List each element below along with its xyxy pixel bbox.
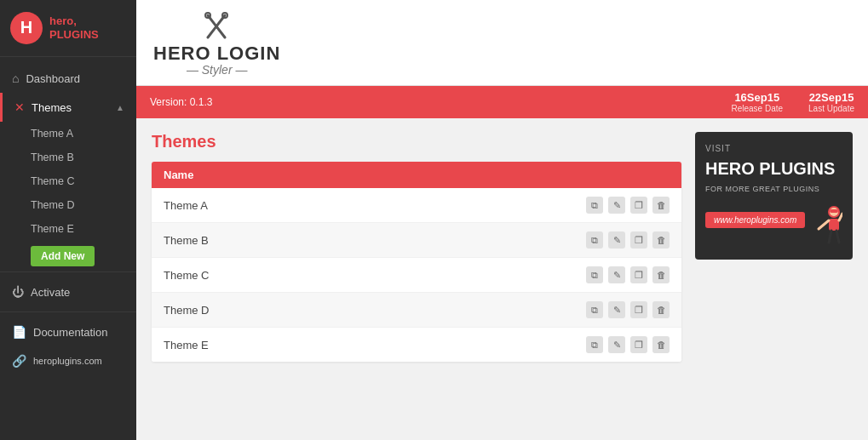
sidebar-item-heroplugins[interactable]: 🔗 heroplugins.com bbox=[0, 346, 136, 375]
row-theme-name: Theme B bbox=[164, 234, 209, 247]
main-content: HERO LOGIN — Styler — Version: 0.1.3 16S… bbox=[136, 0, 868, 440]
clone-action[interactable]: ❐ bbox=[630, 266, 647, 283]
heroplugins-label: heroplugins.com bbox=[33, 356, 102, 366]
edit-action[interactable]: ✎ bbox=[608, 231, 625, 249]
sidebar-item-documentation[interactable]: 📄 Documentation bbox=[0, 317, 136, 346]
theme-e-label: Theme E bbox=[31, 223, 74, 235]
delete-action[interactable]: 🗑 bbox=[652, 301, 670, 318]
table-row: Theme D⧉✎❐🗑 bbox=[152, 293, 681, 328]
ad-visit-text: VISIT bbox=[705, 144, 731, 153]
svg-rect-9 bbox=[829, 219, 839, 231]
clone-action[interactable]: ❐ bbox=[630, 336, 647, 353]
ad-main-text: HERO PLUGINS bbox=[705, 160, 835, 177]
sidebar-nav: ⌂ Dashboard ✕ Themes ▲ Theme A Theme B T… bbox=[0, 57, 136, 440]
sidebar-logo: H hero, PLUGINS bbox=[0, 0, 136, 57]
copy-action[interactable]: ⧉ bbox=[586, 231, 603, 249]
table-header: Name bbox=[152, 162, 681, 188]
theme-a-label: Theme A bbox=[31, 128, 73, 140]
copy-action[interactable]: ⧉ bbox=[586, 301, 603, 318]
copy-action[interactable]: ⧉ bbox=[586, 336, 603, 353]
table-body: Theme A⧉✎❐🗑Theme B⧉✎❐🗑Theme C⧉✎❐🗑Theme D… bbox=[152, 188, 681, 362]
row-theme-name: Theme C bbox=[164, 269, 209, 282]
activate-icon: ⏻ bbox=[12, 285, 24, 299]
row-theme-name: Theme D bbox=[164, 304, 209, 317]
copy-action[interactable]: ⧉ bbox=[586, 197, 603, 214]
themes-icon: ✕ bbox=[14, 100, 25, 114]
release-date-label: Release Date bbox=[731, 104, 783, 113]
row-actions: ⧉✎❐🗑 bbox=[586, 266, 670, 283]
delete-action[interactable]: 🗑 bbox=[652, 336, 670, 353]
hero-logo-icon: H bbox=[10, 12, 43, 44]
last-update-value: 22Sep15 bbox=[808, 91, 854, 104]
row-theme-name: Theme A bbox=[164, 199, 208, 212]
row-actions: ⧉✎❐🗑 bbox=[586, 231, 670, 249]
sidebar-sub-item-theme-b[interactable]: Theme B bbox=[0, 146, 136, 169]
table-row: Theme C⧉✎❐🗑 bbox=[152, 258, 681, 293]
row-theme-name: Theme E bbox=[164, 339, 209, 351]
styler-subtitle: — Styler — bbox=[187, 63, 248, 77]
themes-table: Name Theme A⧉✎❐🗑Theme B⧉✎❐🗑Theme C⧉✎❐🗑Th… bbox=[152, 162, 681, 362]
documentation-icon: 📄 bbox=[12, 325, 26, 339]
row-actions: ⧉✎❐🗑 bbox=[586, 336, 670, 353]
version-label: Version: 0.1.3 bbox=[150, 96, 212, 108]
last-update-item: 22Sep15 Last Update bbox=[808, 91, 854, 113]
column-name-header: Name bbox=[164, 169, 193, 181]
hero-login-logo: HERO LOGIN — Styler — bbox=[153, 9, 280, 77]
version-dates: 16Sep15 Release Date 22Sep15 Last Update bbox=[731, 91, 854, 113]
sidebar-sub-item-theme-a[interactable]: Theme A bbox=[0, 122, 136, 146]
svg-line-12 bbox=[829, 231, 831, 243]
svg-line-13 bbox=[836, 231, 839, 243]
sidebar-sub-item-theme-c[interactable]: Theme C bbox=[0, 169, 136, 193]
documentation-label: Documentation bbox=[33, 326, 107, 339]
table-row: Theme A⧉✎❐🗑 bbox=[152, 188, 681, 223]
copy-action[interactable]: ⧉ bbox=[586, 266, 603, 283]
clone-action[interactable]: ❐ bbox=[630, 197, 647, 214]
link-icon: 🔗 bbox=[12, 354, 26, 368]
themes-page-title: Themes bbox=[152, 132, 681, 151]
table-row: Theme B⧉✎❐🗑 bbox=[152, 223, 681, 258]
last-update-label: Last Update bbox=[808, 104, 854, 113]
theme-c-label: Theme C bbox=[31, 175, 74, 187]
sidebar: H hero, PLUGINS ⌂ Dashboard ✕ Themes ▲ T… bbox=[0, 0, 136, 440]
sidebar-sub-item-theme-e[interactable]: Theme E bbox=[0, 217, 136, 241]
hero-login-icon bbox=[199, 9, 235, 44]
svg-line-10 bbox=[819, 220, 829, 229]
ad-banner[interactable]: VISIT HERO PLUGINS FOR MORE GREAT PLUGIN… bbox=[695, 132, 853, 260]
svg-rect-8 bbox=[830, 209, 838, 213]
edit-action[interactable]: ✎ bbox=[608, 266, 625, 283]
row-actions: ⧉✎❐🗑 bbox=[586, 197, 670, 214]
logo-hero: hero, bbox=[49, 14, 77, 27]
svg-text:H: H bbox=[20, 18, 32, 37]
sidebar-themes-label: Themes bbox=[32, 101, 72, 114]
release-date-value: 16Sep15 bbox=[731, 91, 783, 104]
edit-action[interactable]: ✎ bbox=[608, 301, 625, 318]
hero-login-title: HERO LOGIN bbox=[153, 44, 280, 63]
clone-action[interactable]: ❐ bbox=[630, 301, 647, 318]
sidebar-dashboard-label: Dashboard bbox=[26, 72, 80, 85]
delete-action[interactable]: 🗑 bbox=[652, 231, 670, 249]
sidebar-item-activate[interactable]: ⏻ Activate bbox=[0, 277, 136, 306]
sidebar-divider bbox=[0, 271, 136, 272]
delete-action[interactable]: 🗑 bbox=[652, 197, 670, 214]
delete-action[interactable]: 🗑 bbox=[652, 266, 670, 283]
add-new-button[interactable]: Add New bbox=[31, 246, 95, 266]
sidebar-item-dashboard[interactable]: ⌂ Dashboard bbox=[0, 64, 136, 93]
theme-b-label: Theme B bbox=[31, 151, 74, 163]
ad-url-button[interactable]: www.heroplugins.com bbox=[705, 212, 805, 228]
sidebar-item-themes[interactable]: ✕ Themes ▲ bbox=[0, 93, 136, 122]
chevron-up-icon: ▲ bbox=[116, 103, 124, 112]
home-icon: ⌂ bbox=[12, 71, 19, 85]
logo-plugins: PLUGINS bbox=[49, 28, 99, 41]
edit-action[interactable]: ✎ bbox=[608, 197, 625, 214]
release-date-item: 16Sep15 Release Date bbox=[731, 91, 783, 113]
version-bar: Version: 0.1.3 16Sep15 Release Date 22Se… bbox=[136, 86, 868, 118]
row-actions: ⧉✎❐🗑 bbox=[586, 301, 670, 318]
hero-character-icon bbox=[810, 205, 842, 249]
header: HERO LOGIN — Styler — bbox=[136, 0, 868, 86]
ad-sub-text: FOR MORE GREAT PLUGINS bbox=[705, 185, 819, 193]
sidebar-sub-item-theme-d[interactable]: Theme D bbox=[0, 193, 136, 217]
content-area: Themes Name Theme A⧉✎❐🗑Theme B⧉✎❐🗑Theme … bbox=[136, 118, 868, 440]
theme-d-label: Theme D bbox=[31, 199, 74, 211]
clone-action[interactable]: ❐ bbox=[630, 231, 647, 249]
edit-action[interactable]: ✎ bbox=[608, 336, 625, 353]
